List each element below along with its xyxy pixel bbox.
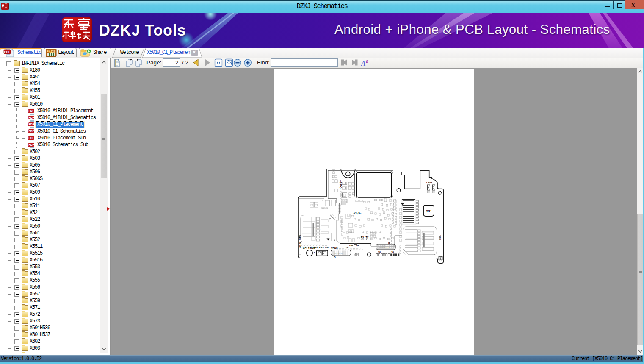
svg-text:I5: I5 [334,256,336,258]
svg-text:SIM2: SIM2 [299,235,301,240]
svg-text:RX: RX [361,236,364,239]
svg-text:3C+1E2J1: 3C+1E2J1 [334,253,343,255]
svg-text:16: 16 [391,251,394,253]
svg-text:30: 30 [378,251,381,253]
svg-text:TX: TX [366,236,369,239]
svg-text:A1p5c: A1p5c [353,212,362,215]
svg-text:A: A [361,60,366,67]
svg-text:DM: DM [349,244,353,247]
svg-text:-: - [328,253,329,256]
svg-text:+SPK-: +SPK- [339,180,342,189]
svg-text:WP: WP [426,209,431,212]
svg-text:PADS: PADS [47,50,55,53]
svg-text:PDF: PDF [4,50,11,54]
svg-text:DP: DP [356,244,359,247]
svg-text:a: a [366,59,368,64]
svg-text:04: 04 [316,227,320,231]
svg-text:VBAT ● NTC GND: VBAT ● NTC GND [314,247,329,249]
svg-text:SIM1: SIM1 [439,235,441,240]
svg-text:+: + [313,251,315,255]
svg-text:KCLO: KCLO [299,242,301,248]
svg-text:GND: GND [426,181,432,184]
svg-text:J5002+-0.8: J5002+-0.8 [379,247,390,248]
